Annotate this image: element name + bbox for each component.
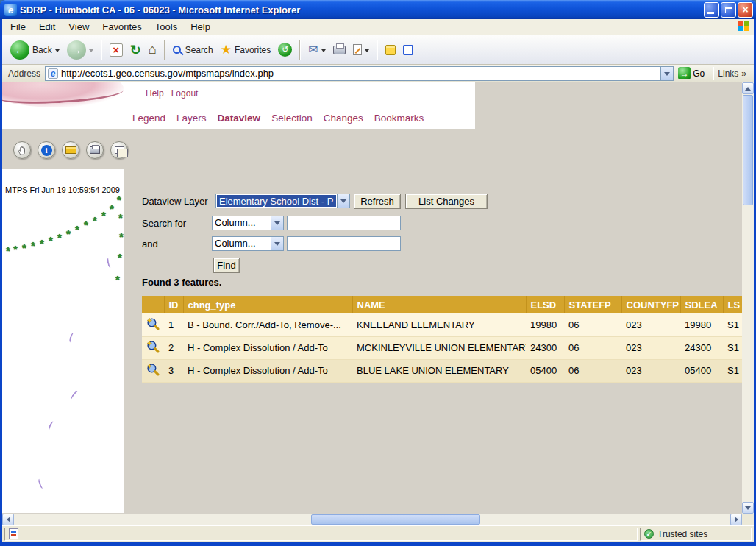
dataview-layer-select[interactable]: Elementary School Dist - P	[215, 194, 350, 208]
toolbar-separator	[101, 40, 102, 60]
home-button[interactable]: ⌂	[145, 40, 160, 60]
nav-item-layers[interactable]: Layers	[176, 113, 207, 124]
help-link[interactable]: Help	[146, 88, 164, 99]
vertical-scroll-thumb[interactable]	[743, 95, 753, 205]
menu-view[interactable]: View	[62, 20, 96, 34]
history-button[interactable]: ↺	[274, 40, 296, 59]
refresh-button[interactable]: Refresh	[354, 194, 401, 209]
history-icon: ↺	[278, 43, 292, 57]
table-row[interactable]: 1 B - Bound. Corr./Add-To, Remove-... KN…	[142, 313, 742, 336]
messenger-button[interactable]	[399, 43, 417, 57]
list-changes-button[interactable]: List Changes	[405, 194, 488, 209]
discuss-button[interactable]	[382, 43, 399, 57]
print-tool-button[interactable]	[86, 141, 104, 159]
nav-item-dataview[interactable]: Dataview	[218, 113, 261, 124]
map-line	[38, 478, 45, 489]
zoom-to-feature-button[interactable]	[146, 322, 160, 333]
menu-help[interactable]: Help	[184, 20, 217, 34]
mtps-tool-button[interactable]	[62, 141, 79, 159]
forward-button[interactable]: →	[63, 38, 97, 62]
title-bar[interactable]: e SDRP - Humboldt CA - 06 - 06023 - Micr…	[0, 0, 756, 19]
column-header-ls[interactable]: LS	[723, 296, 742, 313]
column-header-sdlea[interactable]: SDLEA	[680, 296, 723, 313]
column-header-chng-type[interactable]: chng_type	[183, 296, 352, 313]
menu-favorites[interactable]: Favorites	[96, 20, 148, 34]
windows-logo-icon	[738, 21, 751, 32]
magnifier-icon	[146, 363, 160, 376]
minimize-button[interactable]	[704, 2, 719, 18]
horizontal-scrollbar[interactable]	[2, 514, 742, 525]
zoom-to-feature-button[interactable]	[146, 344, 160, 355]
maximize-button[interactable]	[721, 2, 736, 18]
nav-item-selection[interactable]: Selection	[271, 113, 313, 124]
column-header-statefp[interactable]: STATEFP	[564, 296, 621, 313]
cell-sdlea: 24300	[680, 336, 723, 359]
search-value-input-2[interactable]	[287, 236, 401, 251]
cell-ls: S1	[723, 313, 742, 336]
print-button[interactable]	[329, 43, 349, 57]
mail-button[interactable]: ✉	[304, 40, 329, 59]
map-marker-icon: *	[118, 215, 123, 221]
menu-bar: File Edit View Favorites Tools Help	[2, 19, 754, 35]
export-tool-button[interactable]	[110, 141, 128, 159]
refresh-icon: ↻	[130, 42, 141, 58]
map-marker-icon: *	[110, 206, 114, 212]
nav-item-changes[interactable]: Changes	[324, 113, 363, 124]
table-row[interactable]: 3 H - Complex Dissolution / Add-To BLUE …	[142, 359, 742, 382]
column-header-elsd[interactable]: ELSD	[526, 296, 564, 313]
security-zone-panel[interactable]: ✓ Trusted sites	[640, 528, 752, 541]
horizontal-scroll-thumb[interactable]	[311, 514, 480, 525]
menu-tools[interactable]: Tools	[149, 20, 184, 34]
cell-elsd: 19980	[526, 313, 564, 336]
logout-link[interactable]: Logout	[171, 88, 199, 99]
status-message-panel	[4, 528, 638, 541]
column-header-id[interactable]: ID	[164, 296, 183, 313]
info-tool-button[interactable]: i	[38, 141, 55, 159]
cell-elsd: 24300	[526, 336, 564, 359]
chevron-down-icon[interactable]	[271, 216, 283, 230]
cell-statefp: 06	[564, 359, 621, 382]
search-button[interactable]: Search	[169, 43, 217, 57]
chevron-down-icon[interactable]	[271, 237, 283, 250]
favorites-button[interactable]: ★ Favorites	[217, 40, 275, 60]
table-row[interactable]: 2 H - Complex Dissolution / Add-To MCKIN…	[142, 336, 742, 359]
search-column-select-2[interactable]: Column...	[212, 236, 284, 251]
map-canvas[interactable]: MTPS Fri Jun 19 10:59:54 2009 * * * * * …	[2, 169, 124, 513]
map-marker-icon: *	[118, 255, 122, 260]
chevron-down-icon[interactable]	[337, 194, 349, 208]
links-button[interactable]: Links »	[718, 68, 751, 79]
favorites-label: Favorites	[235, 45, 271, 55]
scroll-up-button[interactable]	[742, 82, 754, 94]
pan-tool-button[interactable]	[13, 141, 31, 159]
go-button[interactable]: → Go	[678, 67, 705, 79]
vertical-scrollbar[interactable]	[742, 82, 754, 514]
stop-button[interactable]: ×	[106, 41, 126, 59]
map-marker-icon: *	[93, 218, 97, 224]
magnifier-icon	[146, 340, 160, 353]
menu-file[interactable]: File	[4, 20, 32, 34]
close-button[interactable]: ×	[738, 2, 753, 18]
scroll-left-button[interactable]	[2, 514, 14, 525]
search-column-select-1[interactable]: Column...	[212, 216, 284, 230]
nav-item-bookmarks[interactable]: Bookmarks	[374, 113, 424, 124]
links-label: Links	[718, 68, 738, 79]
reload-button[interactable]: ↻	[126, 40, 145, 60]
address-input[interactable]: e http://ecots1.geo.census.gov/mtpsmaps/…	[45, 66, 674, 81]
search-icon	[173, 46, 181, 54]
scrollbar-corner	[742, 514, 754, 525]
scroll-down-button[interactable]	[742, 502, 754, 514]
find-button[interactable]: Find	[213, 258, 240, 273]
map-marker-icon: *	[115, 277, 120, 283]
nav-item-legend[interactable]: Legend	[132, 113, 165, 124]
zoom-to-feature-button[interactable]	[146, 367, 160, 378]
menu-edit[interactable]: Edit	[32, 20, 62, 34]
back-button[interactable]: ← Back	[7, 38, 63, 62]
scroll-right-button[interactable]	[730, 514, 742, 525]
column-header-name[interactable]: NAME	[352, 296, 526, 313]
address-dropdown-button[interactable]	[660, 67, 673, 80]
search-value-input-1[interactable]	[287, 216, 401, 230]
results-summary: Found 3 features.	[142, 277, 221, 288]
edit-button[interactable]	[349, 42, 373, 57]
column-header-countyfp[interactable]: COUNTYFP	[621, 296, 680, 313]
home-icon: ⌂	[149, 42, 157, 57]
